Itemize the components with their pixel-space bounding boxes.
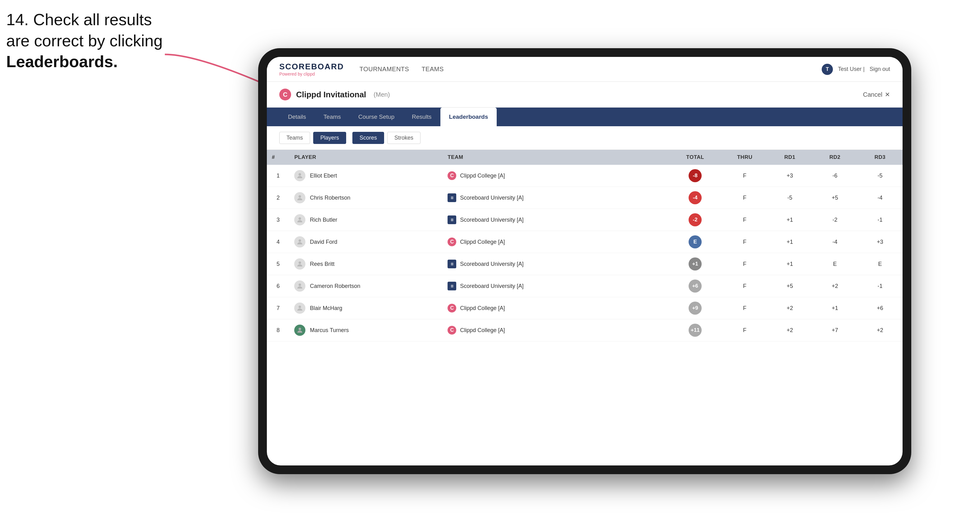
team-logo-scoreboard: ☰: [447, 282, 456, 290]
cell-rd3: -1: [858, 209, 902, 231]
cancel-button[interactable]: Cancel ✕: [863, 91, 890, 98]
tab-navigation: Details Teams Course Setup Results Leade…: [267, 108, 902, 126]
team-name: Clippd College [A]: [460, 173, 505, 179]
cell-rd1: +1: [767, 209, 812, 231]
team-logo-scoreboard: ☰: [447, 194, 456, 202]
tournament-title-area: C Clippd Invitational (Men): [279, 89, 390, 100]
cell-rank: 7: [267, 297, 289, 319]
cell-rank: 8: [267, 319, 289, 341]
tab-teams[interactable]: Teams: [315, 108, 350, 126]
team-logo-scoreboard: ☰: [447, 260, 456, 268]
cell-player: Rees Britt: [289, 253, 442, 275]
cell-total: +9: [668, 297, 722, 319]
score-badge: +9: [689, 302, 702, 315]
player-avatar: [294, 259, 305, 270]
leaderboard-body: 1Elliot EbertCClippd College [A]-8F+3-6-…: [267, 165, 902, 341]
instruction-text: 14. Check all results are correct by cli…: [6, 10, 163, 73]
team-logo-clippd: C: [447, 238, 456, 246]
svg-point-4: [299, 240, 301, 242]
cell-rd1: +5: [767, 275, 812, 297]
team-logo-clippd: C: [447, 304, 456, 313]
col-header-player: PLAYER: [289, 150, 442, 165]
team-name: Scoreboard University [A]: [460, 261, 523, 267]
cell-thru: F: [722, 297, 767, 319]
svg-point-5: [299, 262, 301, 264]
player-name: Elliot Ebert: [310, 173, 337, 179]
table-row: 5Rees Britt☰Scoreboard University [A]+1F…: [267, 253, 902, 275]
score-badge: -4: [689, 191, 702, 204]
svg-point-1: [299, 173, 301, 176]
filter-strokes[interactable]: Strokes: [387, 132, 420, 144]
cell-rd3: +2: [858, 319, 902, 341]
table-row: 1Elliot EbertCClippd College [A]-8F+3-6-…: [267, 165, 902, 187]
cell-thru: F: [722, 253, 767, 275]
cell-player: Elliot Ebert: [289, 165, 442, 187]
cell-rd1: +3: [767, 165, 812, 187]
app-header: SCOREBOARD Powered by clippd TOURNAMENTS…: [267, 57, 902, 82]
svg-point-6: [299, 284, 301, 286]
cell-rd3: E: [858, 253, 902, 275]
cell-total: +11: [668, 319, 722, 341]
cell-player: Cameron Robertson: [289, 275, 442, 297]
filter-teams[interactable]: Teams: [279, 132, 310, 144]
cell-rank: 3: [267, 209, 289, 231]
score-badge: -8: [689, 169, 702, 182]
score-badge: -2: [689, 213, 702, 226]
player-avatar: [294, 214, 305, 225]
cell-team: ☰Scoreboard University [A]: [442, 275, 668, 297]
cell-rd3: +6: [858, 297, 902, 319]
tab-results[interactable]: Results: [403, 108, 440, 126]
team-name: Clippd College [A]: [460, 239, 505, 245]
tab-details[interactable]: Details: [279, 108, 315, 126]
cell-player: Blair McHarg: [289, 297, 442, 319]
tab-leaderboards[interactable]: Leaderboards: [441, 108, 497, 126]
filter-scores[interactable]: Scores: [352, 132, 384, 144]
cell-thru: F: [722, 187, 767, 209]
nav-tournaments[interactable]: TOURNAMENTS: [360, 63, 409, 75]
filter-bar: Teams Players Scores Strokes: [267, 126, 902, 150]
user-label: Test User |: [838, 66, 865, 73]
cell-rank: 6: [267, 275, 289, 297]
cell-thru: F: [722, 231, 767, 253]
cell-rd3: -4: [858, 187, 902, 209]
cell-team: ☰Scoreboard University [A]: [442, 253, 668, 275]
cell-rd2: -6: [812, 165, 858, 187]
tab-course-setup[interactable]: Course Setup: [350, 108, 403, 126]
table-row: 3Rich Butler☰Scoreboard University [A]-2…: [267, 209, 902, 231]
col-header-rd2: RD2: [812, 150, 858, 165]
tablet-frame: SCOREBOARD Powered by clippd TOURNAMENTS…: [258, 48, 911, 474]
player-name: Marcus Turners: [310, 327, 348, 333]
cell-team: ☰Scoreboard University [A]: [442, 187, 668, 209]
cell-team: CClippd College [A]: [442, 297, 668, 319]
logo-sub: Powered by clippd: [279, 71, 344, 76]
table-row: 6Cameron Robertson☰Scoreboard University…: [267, 275, 902, 297]
player-name: Cameron Robertson: [310, 283, 360, 289]
leaderboard-table-container: # PLAYER TEAM TOTAL THRU RD1 RD2 RD3 1El…: [267, 150, 902, 341]
cell-thru: F: [722, 165, 767, 187]
tournament-name: Clippd Invitational: [296, 90, 366, 100]
player-avatar: [294, 192, 305, 203]
cell-total: +6: [668, 275, 722, 297]
team-name: Clippd College [A]: [460, 305, 505, 311]
sign-out-link[interactable]: Sign out: [870, 66, 890, 73]
cell-rank: 1: [267, 165, 289, 187]
cell-rd2: +5: [812, 187, 858, 209]
col-header-rd1: RD1: [767, 150, 812, 165]
team-logo-clippd: C: [447, 326, 456, 335]
cell-thru: F: [722, 319, 767, 341]
table-row: 8Marcus TurnersCClippd College [A]+11F+2…: [267, 319, 902, 341]
user-avatar: T: [822, 64, 833, 75]
col-header-total: TOTAL: [668, 150, 722, 165]
score-badge: +1: [689, 257, 702, 270]
cell-rank: 5: [267, 253, 289, 275]
player-name: Chris Robertson: [310, 195, 350, 201]
cell-rd1: +2: [767, 319, 812, 341]
filter-players[interactable]: Players: [313, 132, 346, 144]
nav-teams[interactable]: TEAMS: [422, 63, 444, 75]
table-row: 7Blair McHargCClippd College [A]+9F+2+1+…: [267, 297, 902, 319]
col-header-rd3: RD3: [858, 150, 902, 165]
cell-team: CClippd College [A]: [442, 319, 668, 341]
cell-rd2: +7: [812, 319, 858, 341]
cell-rd2: -4: [812, 231, 858, 253]
cell-total: -4: [668, 187, 722, 209]
